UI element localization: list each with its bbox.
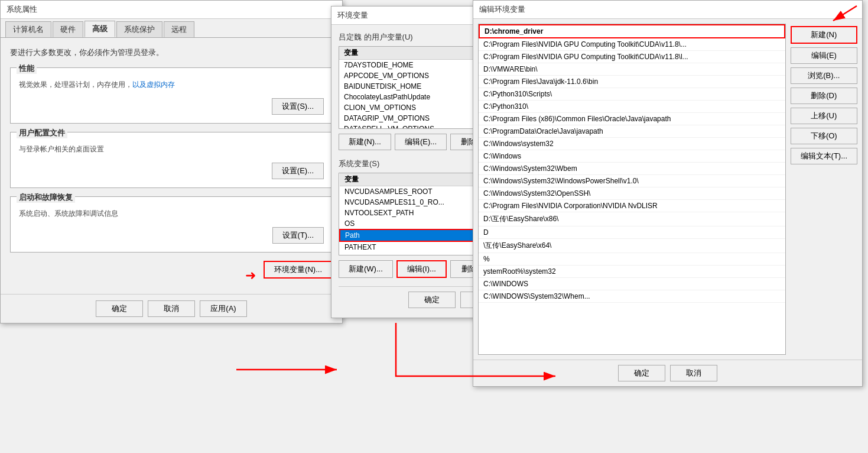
- path-entry[interactable]: C:\Program Files\NVIDIA Corporation\NVID…: [479, 200, 785, 212]
- performance-settings-btn[interactable]: 设置(S)...: [272, 98, 324, 115]
- path-entry[interactable]: D: [479, 226, 785, 239]
- path-entry[interactable]: C:\Program Files\Java\jdk-11.0.6\bin: [479, 76, 785, 88]
- path-entry[interactable]: C:\Windows\System32\Wbem: [479, 163, 785, 175]
- path-entry[interactable]: D:\互传\EasyShare\x86\: [479, 212, 785, 226]
- startup-content: 系统启动、系统故障和调试信息: [19, 209, 324, 219]
- arrow1-svg: [230, 355, 360, 384]
- path-edit-text-btn[interactable]: 编辑文本(T)...: [791, 148, 857, 164]
- path-entry[interactable]: C:\ProgramData\Oracle\Java\javapath: [479, 125, 785, 138]
- path-browse-btn[interactable]: 浏览(B)...: [791, 67, 857, 84]
- sys-props-ok-btn[interactable]: 确定: [96, 300, 143, 317]
- path-edit-title: 编辑环境变量: [473, 1, 862, 19]
- path-entry[interactable]: C:\Program Files (x86)\Common Files\Orac…: [479, 113, 785, 125]
- user-new-btn[interactable]: 新建(N)...: [339, 134, 391, 150]
- path-delete-btn[interactable]: 删除(D): [791, 88, 857, 104]
- path-entry[interactable]: %: [479, 253, 785, 266]
- startup-settings-btn[interactable]: 设置(T)...: [272, 227, 324, 244]
- path-edit-btn[interactable]: 编辑(E): [791, 47, 857, 64]
- path-entry[interactable]: D:\VMWARE\bin\: [479, 63, 785, 76]
- user-edit-btn[interactable]: 编辑(E)...: [395, 134, 447, 150]
- path-entry[interactable]: C:\Windows\system32: [479, 138, 785, 150]
- path-entry[interactable]: D:\chrome_driver: [479, 24, 785, 38]
- tab-system-protection[interactable]: 系统保护: [116, 21, 162, 37]
- user-profile-settings-btn[interactable]: 设置(E)...: [272, 163, 324, 179]
- path-entry[interactable]: C:\Python310\: [479, 101, 785, 113]
- path-entry[interactable]: C:\Windows: [479, 150, 785, 163]
- sys-props-tabs: 计算机名 硬件 高级 系统保护 远程: [1, 19, 342, 38]
- path-edit-window: 编辑环境变量 D:\chrome_driverC:\Program Files\…: [473, 0, 863, 387]
- path-entry[interactable]: C:\WINDOWS: [479, 278, 785, 290]
- path-buttons: 新建(N) 编辑(E) 浏览(B)... 删除(D) 上移(U) 下移(O) 编…: [791, 24, 857, 355]
- sys-props-cancel-btn[interactable]: 取消: [148, 300, 195, 317]
- path-edit-content: D:\chrome_driverC:\Program Files\NVIDIA …: [473, 19, 862, 360]
- tab-remote[interactable]: 远程: [164, 21, 194, 37]
- path-entry[interactable]: C:\Python310\Scripts\: [479, 88, 785, 101]
- virtual-memory-link[interactable]: 以及虚拟内存: [132, 80, 175, 89]
- performance-section: 性能 视觉效果，处理器计划，内存使用，以及虚拟内存 设置(S)...: [10, 67, 333, 124]
- path-entry[interactable]: C:\Program Files\NVIDIA GPU Computing To…: [479, 38, 785, 51]
- path-entry[interactable]: \互传\EasyShare\x64\: [479, 239, 785, 253]
- startup-title: 启动和故障恢复: [17, 192, 75, 203]
- user-profile-section: 用户配置文件 与登录帐户相关的桌面设置 设置(E)...: [10, 132, 333, 188]
- startup-section: 启动和故障恢复 系统启动、系统故障和调试信息 设置(T)...: [10, 196, 333, 253]
- path-entry[interactable]: C:\Program Files\NVIDIA GPU Computing To…: [479, 51, 785, 63]
- performance-title: 性能: [17, 63, 37, 74]
- path-entry[interactable]: C:\Windows\System32\WindowsPowerShell\v1…: [479, 175, 785, 187]
- performance-content: 视觉效果，处理器计划，内存使用，以及虚拟内存: [19, 80, 324, 90]
- path-new-btn[interactable]: 新建(N): [791, 26, 857, 44]
- path-entry[interactable]: ystemRoot%\system32: [479, 266, 785, 278]
- env-ok-btn[interactable]: 确定: [408, 292, 456, 308]
- sys-new-btn[interactable]: 新建(W)...: [339, 260, 393, 278]
- path-move-up-btn[interactable]: 上移(U): [791, 108, 857, 124]
- tab-computer-name[interactable]: 计算机名: [5, 21, 51, 37]
- sys-props-window: 系统属性 计算机名 硬件 高级 系统保护 远程 要进行大多数更改，你必须作为管理…: [0, 0, 343, 323]
- sys-edit-btn[interactable]: 编辑(I)...: [396, 260, 447, 278]
- performance-text: 视觉效果，处理器计划，内存使用，: [19, 80, 132, 89]
- tab-hardware[interactable]: 硬件: [53, 21, 83, 37]
- path-move-down-btn[interactable]: 下移(O): [791, 128, 857, 144]
- user-profile-content: 与登录帐户相关的桌面设置: [19, 144, 324, 154]
- env-vars-btn[interactable]: 环境变量(N)...: [264, 261, 333, 279]
- warning-text: 要进行大多数更改，你必须作为管理员登录。: [10, 47, 333, 58]
- path-entry[interactable]: C:\Windows\System32\OpenSSH\: [479, 187, 785, 200]
- tab-advanced[interactable]: 高级: [84, 21, 115, 37]
- env-btn-arrow: ➜: [245, 268, 256, 283]
- path-entry[interactable]: C:\WINDOWS\System32\Whem...: [479, 290, 785, 303]
- path-listbox[interactable]: D:\chrome_driverC:\Program Files\NVIDIA …: [478, 24, 786, 355]
- sys-props-content: 要进行大多数更改，你必须作为管理员登录。 性能 视觉效果，处理器计划，内存使用，…: [1, 38, 342, 294]
- user-profile-title: 用户配置文件: [17, 128, 67, 138]
- sys-props-title: 系统属性: [1, 1, 342, 19]
- sys-props-apply-btn[interactable]: 应用(A): [200, 300, 247, 317]
- path-cancel-btn[interactable]: 取消: [670, 365, 717, 381]
- path-bottom-buttons: 确定 取消: [473, 360, 862, 386]
- path-ok-btn[interactable]: 确定: [618, 365, 665, 381]
- sys-props-bottom-buttons: 确定 取消 应用(A): [1, 294, 342, 323]
